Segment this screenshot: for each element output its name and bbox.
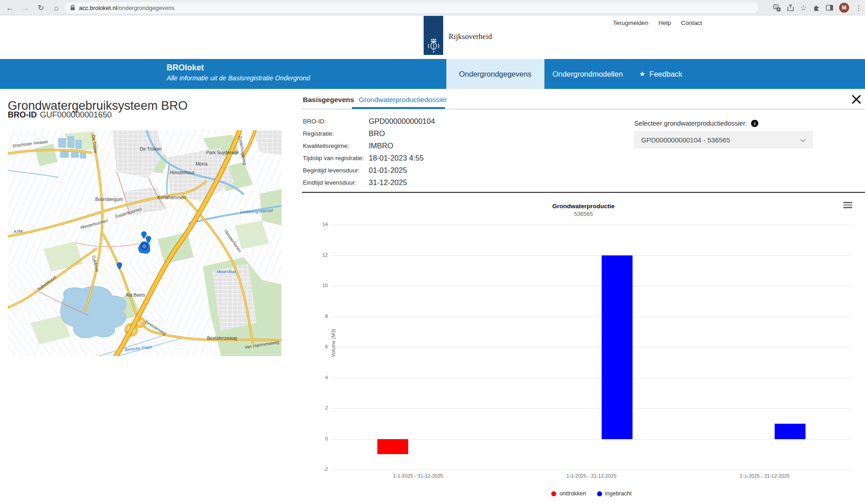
bro-id-value: GUF000000001650 bbox=[40, 110, 112, 119]
dossier-select-value: GPD000000000104 - 536565 bbox=[641, 136, 730, 144]
location-map[interactable]: Drachtster HeaweiDe TriskeDe TriskenPark… bbox=[8, 130, 282, 356]
map-label-place: Beetsterzwaag bbox=[207, 336, 237, 341]
nav-tab-label: Ondergrondmodellen bbox=[553, 70, 623, 78]
reload-button[interactable]: ↻ bbox=[35, 1, 47, 14]
extensions-icon[interactable] bbox=[813, 4, 820, 11]
header-link-contact[interactable]: Contact bbox=[681, 20, 702, 26]
y-tick-label: -2 bbox=[309, 466, 328, 472]
nav-tab-label: Feedback bbox=[649, 70, 682, 78]
close-icon[interactable] bbox=[850, 93, 863, 106]
bar-ingebracht[interactable] bbox=[775, 424, 806, 439]
y-tick-label: 14 bbox=[309, 221, 328, 227]
info-icon[interactable]: i bbox=[751, 120, 758, 127]
forward-button[interactable]: → bbox=[19, 1, 32, 14]
field-value: 01-01-2025 bbox=[369, 166, 407, 175]
field-value: 18-01-2023 4:55 bbox=[369, 154, 424, 162]
y-tick-label: 8 bbox=[309, 313, 328, 319]
selected-well-marker[interactable] bbox=[142, 244, 148, 250]
x-tick-label: 1-1-2025 - 31-12-2025 bbox=[740, 473, 790, 479]
url-domain: acc.broloket.nl bbox=[79, 5, 117, 11]
home-button[interactable]: ⌂ bbox=[50, 1, 63, 14]
bar-ingebracht[interactable] bbox=[602, 255, 633, 439]
nav-tab-ondergrondgegevens[interactable]: Ondergrondgegevens bbox=[446, 59, 544, 89]
field-label: Tijdstip van registratie: bbox=[303, 155, 369, 161]
header-link-terugmelden[interactable]: Terugmelden bbox=[613, 20, 648, 26]
tab-grondwaterproductiedossier[interactable]: Grondwaterproductiedossier bbox=[359, 96, 447, 104]
browser-window: ← → ↻ ⌂ acc.broloket.nl/ondergrondgegeve… bbox=[0, 0, 865, 504]
nav-tab-ondergrondmodellen[interactable]: Ondergrondmodellen bbox=[544, 59, 631, 89]
y-tick-label: 0 bbox=[309, 436, 328, 441]
rijksoverheid-crest-icon bbox=[427, 37, 440, 55]
dossier-select[interactable]: GPD000000000104 - 536565 bbox=[634, 131, 813, 148]
nav-tab-feedback[interactable]: ★Feedback bbox=[631, 59, 691, 89]
legend-item-onttrokken[interactable]: onttrokken bbox=[551, 490, 586, 497]
chart-subtitle: 536565 bbox=[302, 211, 865, 217]
map-label-place: De Trisken bbox=[140, 147, 162, 152]
broloket-brand: BROloket Alle informatie uit de Basisreg… bbox=[167, 63, 310, 82]
rijksoverheid-wordmark: Rijksoverheid bbox=[449, 32, 492, 41]
legend-label: onttrokken bbox=[559, 490, 586, 497]
field-row: Registratie:BRO bbox=[303, 127, 435, 140]
field-value: BRO bbox=[369, 129, 385, 138]
field-label: Registratie: bbox=[303, 130, 369, 137]
chart-title: Grondwaterproductie bbox=[302, 203, 865, 210]
dossier-fields: BRO-ID:GPD000000000104Registratie:BROKwa… bbox=[303, 115, 435, 189]
legend-item-ingebracht[interactable]: ingebracht bbox=[597, 490, 632, 497]
field-row: Kwaliteitsregime:IMBRO bbox=[303, 140, 435, 152]
header-links: TerugmeldenHelpContact bbox=[613, 20, 702, 26]
chart-plot-area: Volume (M3) 14121086420-21-1-2025 - 31-1… bbox=[331, 225, 851, 470]
tabs-border bbox=[302, 109, 865, 109]
x-tick-label: 1-1-2025 - 31-12-2025 bbox=[393, 473, 443, 479]
share-icon[interactable] bbox=[787, 4, 794, 11]
y-tick-label: 10 bbox=[309, 283, 328, 288]
field-value: IMBRO bbox=[369, 142, 393, 150]
back-button[interactable]: ← bbox=[4, 1, 16, 14]
y-axis-title: Volume (M3) bbox=[331, 320, 336, 366]
map-label-place: Himsterhout bbox=[170, 170, 194, 175]
bookmark-star-icon[interactable]: ☆ bbox=[800, 3, 807, 13]
legend-dot-icon bbox=[551, 491, 556, 496]
section-divider bbox=[302, 192, 865, 193]
translate-icon[interactable]: GA bbox=[773, 4, 781, 12]
nav-tabs: OndergrondgegevensOndergrondmodellen★Fee… bbox=[446, 59, 691, 89]
rijksoverheid-logo bbox=[424, 16, 443, 55]
x-tick-label: 1-1-2025 - 31-12-2025 bbox=[566, 473, 616, 479]
tab-basisgegevens[interactable]: Basisgegevens bbox=[303, 96, 354, 104]
map-label-place: Boornbergum bbox=[95, 197, 123, 202]
production-chart: Grondwaterproductie 536565 Volume (M3) 1… bbox=[302, 195, 865, 503]
browser-toolbar: ← → ↻ ⌂ acc.broloket.nl/ondergrondgegeve… bbox=[0, 0, 865, 15]
chevron-down-icon bbox=[800, 136, 806, 144]
gridline bbox=[331, 439, 851, 440]
bro-id-label: BRO-ID bbox=[8, 110, 37, 119]
star-icon: ★ bbox=[639, 70, 645, 78]
field-row: Begintijd levensduur:01-01-2025 bbox=[303, 164, 435, 176]
dossier-selector-label: Selecteer grondwaterproductiedossier: i bbox=[634, 120, 758, 127]
legend-label: ingebracht bbox=[605, 490, 632, 497]
bar-onttrokken[interactable] bbox=[377, 439, 408, 455]
field-row: Eindtijd levensduur:31-12-2025 bbox=[303, 176, 435, 189]
field-label: Begintijd levensduur: bbox=[303, 167, 369, 174]
header-link-help[interactable]: Help bbox=[658, 20, 671, 26]
legend-dot-icon bbox=[597, 491, 602, 496]
y-tick-label: 4 bbox=[309, 375, 328, 380]
svg-text:A: A bbox=[777, 8, 780, 11]
site-header: Rijksoverheid TerugmeldenHelpContact bbox=[0, 16, 865, 59]
field-value: 31-12-2025 bbox=[369, 178, 407, 187]
gridline bbox=[331, 408, 851, 409]
field-row: Tijdstip van registratie:18-01-2023 4:55 bbox=[303, 152, 435, 164]
gridline bbox=[331, 378, 851, 378]
profile-avatar[interactable]: M bbox=[839, 3, 849, 13]
brand-tagline: Alle informatie uit de Basisregistratie … bbox=[167, 74, 310, 82]
map-label-place: Morra bbox=[196, 161, 208, 166]
field-value: GPD000000000104 bbox=[369, 117, 435, 126]
y-tick-label: 2 bbox=[309, 405, 328, 411]
y-tick-label: 6 bbox=[309, 344, 328, 349]
map-label-place: Park Suyderwijk bbox=[206, 150, 239, 155]
gridline bbox=[331, 255, 851, 256]
gridline bbox=[331, 347, 851, 347]
chart-menu-icon[interactable] bbox=[843, 202, 852, 210]
side-panel-icon[interactable] bbox=[826, 4, 833, 11]
menu-dots-icon[interactable]: ⋮ bbox=[855, 4, 862, 12]
field-row: BRO-ID:GPD000000000104 bbox=[303, 115, 435, 127]
address-bar[interactable]: acc.broloket.nl/ondergrondgegevens bbox=[64, 2, 758, 13]
